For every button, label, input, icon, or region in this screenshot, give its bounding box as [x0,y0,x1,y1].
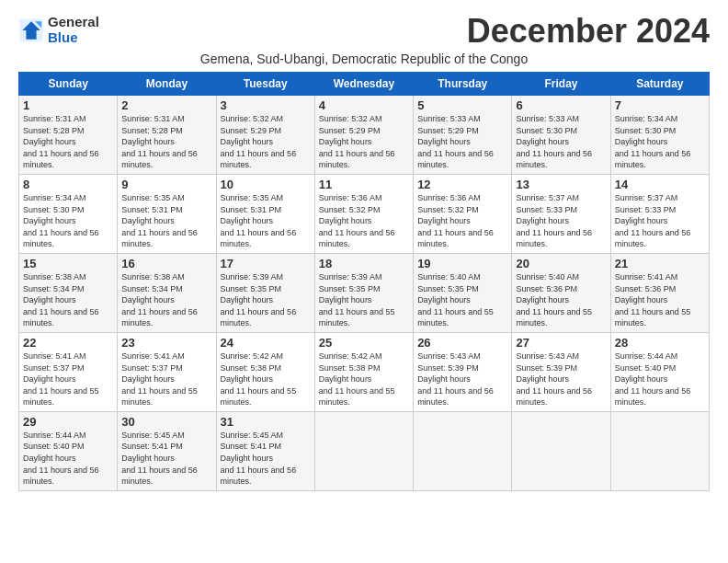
week-row-2: 8 Sunrise: 5:34 AMSunset: 5:30 PMDayligh… [19,174,710,253]
day-info: Sunrise: 5:36 AMSunset: 5:32 PMDaylight … [417,193,494,248]
day-info: Sunrise: 5:44 AMSunset: 5:40 PMDaylight … [23,431,99,486]
title-area: December 2024 [467,15,710,48]
table-row: 13 Sunrise: 5:37 AMSunset: 5:33 PMDaylig… [512,174,610,253]
day-info: Sunrise: 5:32 AMSunset: 5:29 PMDaylight … [221,114,297,169]
table-row: 7 Sunrise: 5:34 AMSunset: 5:30 PMDayligh… [610,96,709,175]
col-thursday: Thursday [414,73,512,96]
day-info: Sunrise: 5:41 AMSunset: 5:37 PMDaylight … [121,351,198,407]
day-info: Sunrise: 5:40 AMSunset: 5:36 PMDaylight … [516,272,592,327]
week-row-5: 29 Sunrise: 5:44 AMSunset: 5:40 PMDaylig… [19,411,710,490]
table-row: 28 Sunrise: 5:44 AMSunset: 5:40 PMDaylig… [610,332,709,411]
week-row-3: 15 Sunrise: 5:38 AMSunset: 5:34 PMDaylig… [19,253,710,332]
day-info: Sunrise: 5:38 AMSunset: 5:34 PMDaylight … [23,272,99,327]
day-number: 30 [121,415,211,429]
day-number: 24 [221,336,311,350]
day-number: 21 [615,257,705,270]
day-number: 7 [615,98,705,112]
day-number: 6 [516,98,606,112]
table-row: 17 Sunrise: 5:39 AMSunset: 5:35 PMDaylig… [216,253,314,332]
table-row: 29 Sunrise: 5:44 AMSunset: 5:40 PMDaylig… [19,411,118,490]
day-number: 20 [516,257,606,270]
col-sunday: Sunday [19,73,118,96]
day-number: 22 [23,336,113,350]
day-number: 28 [615,336,705,350]
day-number: 31 [221,415,311,429]
table-row: 12 Sunrise: 5:36 AMSunset: 5:32 PMDaylig… [414,174,512,253]
table-row [610,411,709,490]
col-friday: Friday [512,73,610,96]
day-number: 15 [23,257,113,270]
day-number: 11 [319,178,409,191]
calendar-table: Sunday Monday Tuesday Wednesday Thursday… [18,72,710,491]
logo-line2: Blue [48,30,99,46]
table-row: 31 Sunrise: 5:45 AMSunset: 5:41 PMDaylig… [216,411,314,490]
table-row: 24 Sunrise: 5:42 AMSunset: 5:38 PMDaylig… [216,332,314,411]
day-number: 3 [221,98,311,112]
table-row: 8 Sunrise: 5:34 AMSunset: 5:30 PMDayligh… [19,174,118,253]
day-info: Sunrise: 5:45 AMSunset: 5:41 PMDaylight … [121,431,198,486]
week-row-1: 1 Sunrise: 5:31 AMSunset: 5:28 PMDayligh… [19,96,710,175]
table-row: 14 Sunrise: 5:37 AMSunset: 5:33 PMDaylig… [610,174,709,253]
day-number: 9 [121,178,211,191]
day-info: Sunrise: 5:42 AMSunset: 5:38 PMDaylight … [319,351,395,407]
day-info: Sunrise: 5:31 AMSunset: 5:28 PMDaylight … [121,114,198,169]
table-row: 5 Sunrise: 5:33 AMSunset: 5:29 PMDayligh… [414,96,512,175]
header: General Blue December 2024 [18,15,710,48]
day-info: Sunrise: 5:38 AMSunset: 5:34 PMDaylight … [121,272,198,327]
day-info: Sunrise: 5:34 AMSunset: 5:30 PMDaylight … [615,114,691,169]
day-info: Sunrise: 5:33 AMSunset: 5:30 PMDaylight … [516,114,592,169]
week-row-4: 22 Sunrise: 5:41 AMSunset: 5:37 PMDaylig… [19,332,710,411]
day-number: 13 [516,178,606,191]
day-number: 25 [319,336,409,350]
day-number: 5 [417,98,507,112]
day-info: Sunrise: 5:43 AMSunset: 5:39 PMDaylight … [516,351,592,407]
table-row: 19 Sunrise: 5:40 AMSunset: 5:35 PMDaylig… [414,253,512,332]
table-row: 10 Sunrise: 5:35 AMSunset: 5:31 PMDaylig… [216,174,314,253]
table-row: 6 Sunrise: 5:33 AMSunset: 5:30 PMDayligh… [512,96,610,175]
day-info: Sunrise: 5:35 AMSunset: 5:31 PMDaylight … [221,193,297,248]
table-row: 11 Sunrise: 5:36 AMSunset: 5:32 PMDaylig… [314,174,413,253]
day-number: 10 [221,178,311,191]
day-info: Sunrise: 5:43 AMSunset: 5:39 PMDaylight … [417,351,494,407]
table-row: 18 Sunrise: 5:39 AMSunset: 5:35 PMDaylig… [314,253,413,332]
table-row: 26 Sunrise: 5:43 AMSunset: 5:39 PMDaylig… [414,332,512,411]
month-title: December 2024 [467,15,710,48]
day-number: 16 [121,257,211,270]
day-number: 23 [121,336,211,350]
day-info: Sunrise: 5:39 AMSunset: 5:35 PMDaylight … [319,272,395,327]
day-info: Sunrise: 5:33 AMSunset: 5:29 PMDaylight … [417,114,494,169]
day-info: Sunrise: 5:45 AMSunset: 5:41 PMDaylight … [221,431,297,486]
logo: General Blue [18,15,99,45]
day-number: 18 [319,257,409,270]
col-monday: Monday [118,73,216,96]
table-row: 20 Sunrise: 5:40 AMSunset: 5:36 PMDaylig… [512,253,610,332]
subtitle: Gemena, Sud-Ubangi, Democratic Republic … [18,52,710,66]
table-row: 3 Sunrise: 5:32 AMSunset: 5:29 PMDayligh… [216,96,314,175]
day-info: Sunrise: 5:32 AMSunset: 5:29 PMDaylight … [319,114,395,169]
day-info: Sunrise: 5:40 AMSunset: 5:35 PMDaylight … [417,272,494,327]
table-row: 2 Sunrise: 5:31 AMSunset: 5:28 PMDayligh… [118,96,216,175]
day-info: Sunrise: 5:44 AMSunset: 5:40 PMDaylight … [615,351,691,407]
day-info: Sunrise: 5:41 AMSunset: 5:36 PMDaylight … [615,272,691,327]
col-wednesday: Wednesday [314,73,413,96]
day-number: 8 [23,178,113,191]
day-number: 4 [319,98,409,112]
day-info: Sunrise: 5:39 AMSunset: 5:35 PMDaylight … [221,272,297,327]
logo-line1: General [48,15,99,30]
day-number: 14 [615,178,705,191]
day-info: Sunrise: 5:36 AMSunset: 5:32 PMDaylight … [319,193,395,248]
table-row: 27 Sunrise: 5:43 AMSunset: 5:39 PMDaylig… [512,332,610,411]
day-number: 26 [417,336,507,350]
table-row [414,411,512,490]
day-number: 2 [121,98,211,112]
table-row: 23 Sunrise: 5:41 AMSunset: 5:37 PMDaylig… [118,332,216,411]
day-number: 29 [23,415,113,429]
day-number: 12 [417,178,507,191]
table-row: 21 Sunrise: 5:41 AMSunset: 5:36 PMDaylig… [610,253,709,332]
day-info: Sunrise: 5:37 AMSunset: 5:33 PMDaylight … [516,193,592,248]
day-number: 17 [221,257,311,270]
table-row: 4 Sunrise: 5:32 AMSunset: 5:29 PMDayligh… [314,96,413,175]
logo-icon [18,17,44,43]
day-info: Sunrise: 5:41 AMSunset: 5:37 PMDaylight … [23,351,99,407]
day-info: Sunrise: 5:37 AMSunset: 5:33 PMDaylight … [615,193,691,248]
